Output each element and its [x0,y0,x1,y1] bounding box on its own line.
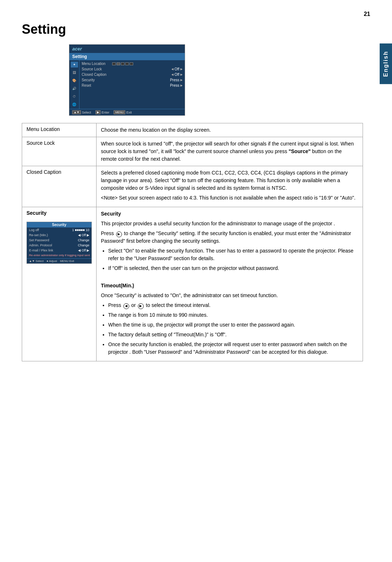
icon-box-4 [125,62,129,65]
footer-enter-label: Enter [102,111,110,114]
security-label-bold: Security [26,210,92,216]
osd-label-reset: Reset [82,83,111,87]
osd-value-source-lock: ◀ Off ▶ [171,67,183,71]
sec-label-email: E-mail / Plex link [29,249,53,252]
sec-desc-title: Security [101,210,358,218]
table-row-menu-location: Menu Location Choose the menu location o… [22,123,363,137]
sec-value-email: ◀ Off ▶ [78,249,89,252]
osd-icon-color: 🎨 [71,78,78,83]
acer-logo: acer [72,46,82,52]
osd-icon-network: 🌐 [71,102,78,107]
description-table: Menu Location Choose the menu location o… [22,123,363,361]
osd-security-val: Press [170,78,179,82]
sec-footer-exit: MENU Exit [60,259,74,263]
osd-reset-val: Press [170,83,179,87]
icon-box-1 [112,62,116,65]
sec-row-reset: Re-set (Min.) ◀ Off ▶ [27,233,91,238]
osd-icon-list: ✦ 🖼 🎨 🔊 ⏱ 🌐 [69,60,79,109]
timeout-bullets: Press ◀ or ▶ to select the timeout inter… [108,301,358,356]
cc-desc-2: <Note> Set your screen aspect ratio to 4… [101,194,358,202]
osd-header: acer [69,45,185,53]
sec-footer-select: ▲▼ Select [29,259,44,263]
right-arrow-icon-2: ▶ [138,303,144,309]
sec-value-logoff: 1 ■■■■■ 10 [72,228,89,232]
osd-row-reset: Reset Press ▶ [79,83,185,88]
desc-source-lock: When source lock is turned "off", the pr… [97,137,363,166]
osd-icon-timer: ⏱ [71,94,78,99]
footer-exit-label: Exit [126,111,132,114]
osd-label-closed-caption: Closed Caption [82,73,111,77]
left-arrow-icon: ◀ [123,303,129,309]
icon-box-5 [130,62,133,65]
osd-row-source-lock: Source Lock ◀ Off ▶ [79,66,185,72]
sec-value-reset: ◀ Off ▶ [78,233,89,237]
osd-icon-boxes [112,62,133,65]
osd-value-reset: Press ▶ [170,83,183,87]
sec-row-logoff: Log off 1 ■■■■■ 10 [27,227,91,233]
osd-label-menu-location: Menu Location [82,62,111,66]
osd-cc-val: Off [175,73,179,77]
table-row-security: Security Security Log off 1 ■■■■■ 10 Re-… [22,207,363,361]
desc-security: Security This projector provides a usefu… [97,207,363,361]
key-menu: MENU [114,110,125,114]
security-label-text: Security [26,210,46,216]
osd-right-arrow-security: ▶ [180,78,183,82]
osd-icon-image: 🖼 [71,70,78,75]
osd-value-security: Press ▶ [170,78,183,82]
footer-select-label: Select [82,111,91,114]
sec-label-logoff: Log off [29,228,39,232]
sec-footer: ▲▼ Select ● Adjust MENU Exit [27,258,91,263]
sec-bullet-2: If "Off" is selected, then the user can … [108,264,358,272]
osd-source-lock-val: Off [175,67,179,71]
sec-label-admin: Admin. Protocol [29,243,52,247]
osd-menu-items: Menu Location Source Lock ◀ Off [79,60,185,109]
osd-row-menu-location: Menu Location [79,61,185,66]
key-enter: ▶ [95,110,101,114]
osd-row-closed-caption: Closed Caption ◀ Off ▶ [79,72,185,77]
footer-enter: ▶ Enter [95,110,110,114]
page-number: 21 [364,11,370,17]
sec-footer-adjust: ● Adjust [46,259,57,263]
desc-closed-caption: Selects a preferred closed captioning mo… [97,166,363,207]
label-closed-caption: Closed Caption [22,166,97,207]
osd-right-arrow-reset: ▶ [180,84,183,87]
osd-footer: ▲▼ Select ▶ Enter MENU Exit [69,109,185,115]
sec-bullets: Select "On" to enable the security funct… [108,247,358,272]
icon-box-2 [117,62,120,65]
sec-row-setpw: Set Password Change [27,238,91,243]
timeout-title: Timeout(Min.) [101,282,358,290]
timeout-bullet-3: When the time is up, the projector will … [108,321,358,329]
timeout-bullet-4: The factory default setting of "Timeout(… [108,331,358,339]
cc-desc-1: Selects a preferred closed captioning mo… [101,169,358,192]
english-tab: English [380,44,392,84]
label-menu-location: Menu Location [22,123,97,137]
footer-exit: MENU Exit [114,110,132,114]
sec-bullet-1: Select "On" to enable the security funct… [108,247,358,262]
sec-value-admin: Change [78,243,89,247]
key-select: ▲▼ [72,110,81,114]
table-row-closed-caption: Closed Caption Selects a preferred close… [22,166,363,207]
page-title: Setting [22,22,363,37]
osd-label-source-lock: Source Lock [82,67,111,71]
sec-row-admin: Admin. Protocol Change [27,243,91,248]
icon-box-3 [121,62,124,65]
sec-label-reset: Re-set (Min.) [29,233,48,237]
osd-left-arrow-cc: ◀ [171,73,173,76]
footer-select: ▲▼ Select [72,110,91,114]
timeout-bullet-2: The range is from 10 minute to 990 minut… [108,311,358,319]
osd-value-closed-caption: ◀ Off ▶ [171,73,183,77]
osd-right-arrow-cc: ▶ [180,73,183,76]
timeout-bullet-1: Press ◀ or ▶ to select the timeout inter… [108,301,358,309]
osd-sidebar: ✦ 🖼 🎨 🔊 ⏱ 🌐 Menu Location [69,60,185,109]
label-security: Security Security Log off 1 ■■■■■ 10 Re-… [22,207,97,361]
osd-row-security: Security Press ▶ [79,77,185,83]
osd-title: Setting [69,53,185,60]
osd-icon-setting: ✦ [71,62,78,67]
osd-right-arrow-source: ▶ [180,67,183,71]
sec-desc-2: Press ▶ to change the "Security" setting… [101,230,358,245]
security-submenu: Security Log off 1 ■■■■■ 10 Re-set (Min.… [26,222,92,264]
sec-desc-1: This projector provides a useful securit… [101,220,358,227]
label-source-lock: Source Lock [22,137,97,166]
sec-value-setpw: Change [78,238,89,242]
sec-row-email: E-mail / Plex link ◀ Off ▶ [27,248,91,253]
